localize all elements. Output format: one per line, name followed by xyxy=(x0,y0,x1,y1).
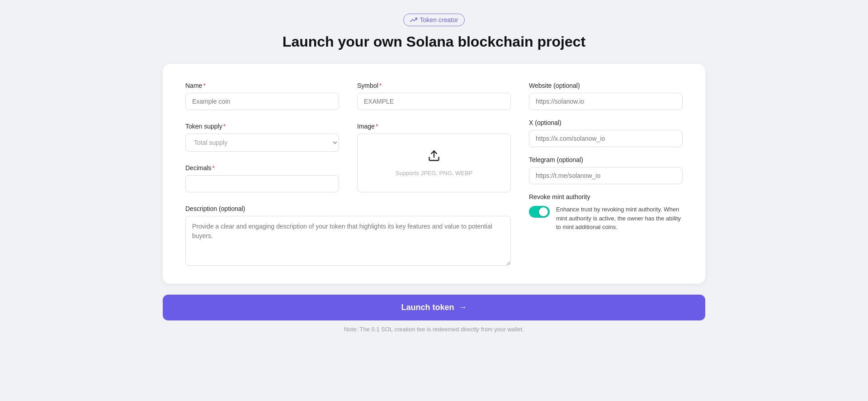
x-label: X (optional) xyxy=(529,119,683,126)
revoke-mint-section: Revoke mint authority Enhance trust by r… xyxy=(529,193,683,232)
image-upload-box[interactable]: Supports JPEG, PNG, WEBP xyxy=(357,134,511,192)
revoke-mint-label: Revoke mint authority xyxy=(529,193,683,200)
x-input[interactable] xyxy=(529,130,683,147)
symbol-required: * xyxy=(379,82,382,89)
name-required: * xyxy=(203,82,205,89)
website-label: Website (optional) xyxy=(529,82,683,89)
launch-note: Note: The 0.1 SOL creation fee is redeem… xyxy=(344,326,524,333)
description-group: Description (optional) xyxy=(185,205,511,266)
symbol-label: Symbol* xyxy=(357,82,511,89)
launch-button[interactable]: Launch token → xyxy=(163,295,705,320)
image-required: * xyxy=(376,123,378,130)
upload-hint: Supports JPEG, PNG, WEBP xyxy=(396,170,473,177)
x-group: X (optional) xyxy=(529,119,683,147)
token-supply-label: Token supply* xyxy=(185,123,339,130)
launch-section: Launch token → Note: The 0.1 SOL creatio… xyxy=(163,295,705,333)
image-group: Image* Supports JPEG, PNG, WEBP xyxy=(357,123,511,192)
token-creator-badge: Token creator xyxy=(403,14,465,26)
token-supply-select[interactable]: Total supply Custom xyxy=(185,134,339,152)
decimals-input[interactable]: 6 xyxy=(185,175,339,192)
revoke-mint-toggle[interactable] xyxy=(529,206,550,218)
decimals-required: * xyxy=(212,164,215,172)
right-column: Website (optional) X (optional) Telegram… xyxy=(529,82,683,266)
decimals-label: Decimals* xyxy=(185,164,339,172)
revoke-mint-toggle-row: Enhance trust by revoking mint authority… xyxy=(529,205,683,232)
symbol-group: Symbol* xyxy=(357,82,511,110)
symbol-input[interactable] xyxy=(357,93,511,110)
name-label: Name* xyxy=(185,82,339,89)
decimals-group: Decimals* 6 xyxy=(185,164,339,192)
description-textarea[interactable] xyxy=(185,216,511,266)
revoke-mint-description: Enhance trust by revoking mint authority… xyxy=(556,205,683,232)
token-supply-required: * xyxy=(223,123,226,130)
name-group: Name* xyxy=(185,82,339,110)
telegram-group: Telegram (optional) xyxy=(529,156,683,184)
upload-icon xyxy=(428,149,440,165)
telegram-input[interactable] xyxy=(529,167,683,184)
trending-up-icon xyxy=(410,16,417,24)
description-label: Description (optional) xyxy=(185,205,511,212)
token-supply-group: Token supply* Total supply Custom xyxy=(185,123,339,152)
name-input[interactable] xyxy=(185,93,339,110)
form-card: Name* Symbol* Website (optional) X (opti… xyxy=(163,64,705,284)
telegram-label: Telegram (optional) xyxy=(529,156,683,163)
website-group: Website (optional) xyxy=(529,82,683,110)
image-label: Image* xyxy=(357,123,511,130)
website-input[interactable] xyxy=(529,93,683,110)
page-title: Launch your own Solana blockchain projec… xyxy=(283,33,585,50)
toggle-slider xyxy=(529,206,550,218)
